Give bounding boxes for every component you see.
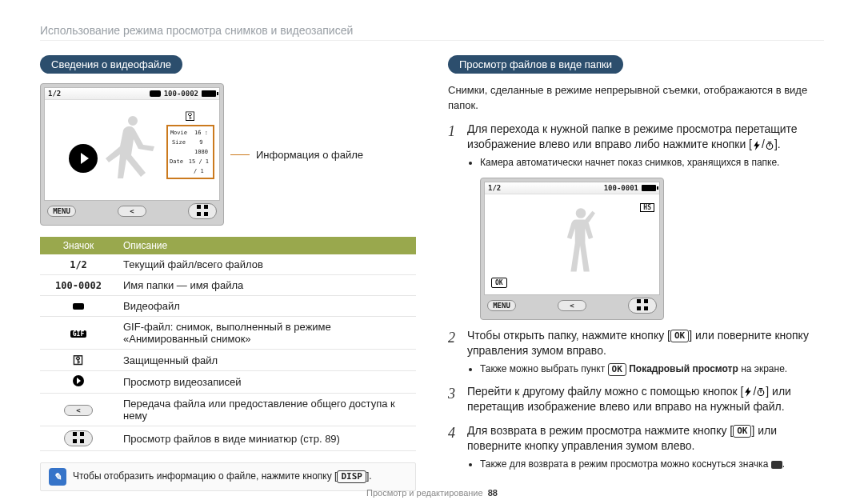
tip-box: ✎ Чтобы отобразить информацию о файле, н…	[40, 462, 416, 491]
intro-text: Снимки, сделанные в режиме непрерывной с…	[448, 83, 824, 114]
table-row: GIFGIF-файл: снимок, выполненный в режим…	[40, 317, 416, 350]
step-4: Для возврата в режим просмотра нажмите к…	[448, 423, 824, 471]
grid-icon	[197, 205, 208, 216]
table-row: Видеофайл	[40, 296, 416, 317]
th-desc: Описание	[117, 237, 416, 254]
share-icon	[76, 406, 80, 414]
thumbnail-button[interactable]	[628, 298, 657, 314]
ok-label[interactable]: OK	[491, 278, 507, 288]
flash-key-icon	[743, 387, 753, 397]
callout-label: Информация о файле	[256, 149, 363, 161]
file-info-box: Movie Size16 : 9 1080 Date15 / 1 / 1	[166, 125, 214, 179]
share-icon	[570, 302, 574, 310]
flash-key-icon	[752, 141, 762, 150]
step-2: Чтобы открыть папку, нажмите кнопку [OK]…	[448, 328, 824, 376]
share-button[interactable]	[118, 206, 146, 217]
page-footer: Просмотр и редактирование 88	[0, 488, 864, 498]
dancer-silhouette	[93, 112, 173, 192]
step-2-sub: Также можно выбрать пункт OK Покадровый …	[480, 362, 824, 376]
ok-key: OK	[670, 330, 689, 342]
menu-button[interactable]: MENU	[47, 206, 76, 217]
table-row: 100-0002Имя папки — имя файла	[40, 275, 416, 296]
table-row: ⚿Защищенный файл	[40, 350, 416, 371]
thumbnail-button[interactable]	[188, 203, 217, 219]
table-row: Просмотр видеозаписей	[40, 371, 416, 394]
share-button[interactable]	[558, 300, 586, 311]
hs-badge: HS	[640, 203, 654, 212]
callout-line	[230, 154, 250, 155]
step-1-sub: Камера автоматически начнет показ снимко…	[480, 156, 824, 170]
lcd-fileno: 100-0002	[164, 90, 198, 98]
film-icon	[150, 90, 161, 97]
ok-key: OK	[733, 425, 751, 438]
lcd-counter: 1/2	[488, 184, 501, 192]
ok-key-inline: OK	[608, 363, 626, 376]
share-icon	[130, 207, 134, 215]
step-3: Перейти к другому файлу можно с помощью …	[448, 384, 824, 415]
step-1: Для перехода к нужной папке в режиме про…	[448, 122, 824, 170]
timer-key-icon	[765, 141, 774, 150]
camera-lcd-folder: 1/2 100-0001 HS OK MENU	[480, 178, 664, 320]
grid-icon	[73, 432, 84, 443]
table-row: 1/2Текущий файл/всего файлов	[40, 254, 416, 275]
lcd-fileno: 100-0001	[604, 184, 638, 192]
grid-icon	[637, 299, 648, 310]
play-icon	[73, 375, 84, 386]
gif-icon: GIF	[70, 330, 86, 338]
camera-lcd-video: 1/2 100-0002 ⚿	[40, 83, 224, 226]
section-title-left: Сведения о видеофайле	[40, 55, 182, 74]
timer-key-icon	[756, 387, 766, 397]
table-row: Передача файла или предоставление общего…	[40, 394, 416, 426]
step-4-sub: Также для возврата в режим просмотра мож…	[480, 458, 824, 471]
section-title-right: Просмотр файлов в виде папки	[448, 55, 623, 74]
battery-icon	[642, 185, 656, 191]
disp-key: DISP	[337, 470, 366, 483]
battery-icon	[202, 90, 216, 97]
folder-icon	[771, 461, 782, 469]
info-icon: ✎	[49, 468, 66, 486]
lock-icon: ⚿	[73, 354, 84, 366]
play-button[interactable]	[69, 144, 98, 173]
table-row: Просмотр файлов в виде миниатюр (стр. 89…	[40, 426, 416, 451]
lock-icon: ⚿	[166, 110, 214, 122]
breadcrumb: Использование режима просмотра снимков и…	[40, 24, 824, 41]
film-icon	[73, 303, 84, 310]
icon-description-table: Значок Описание 1/2Текущий файл/всего фа…	[40, 237, 416, 451]
th-icon: Значок	[40, 237, 117, 254]
menu-button[interactable]: MENU	[487, 300, 516, 311]
child-silhouette	[545, 202, 617, 282]
lcd-counter: 1/2	[48, 90, 61, 98]
